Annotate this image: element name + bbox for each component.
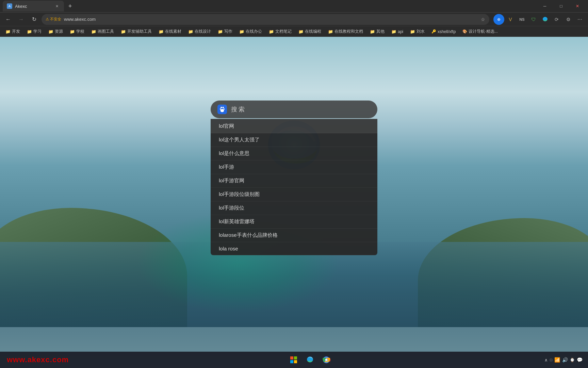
folder-icon: 📁	[5, 29, 11, 34]
bookmark-api[interactable]: 📁 api	[389, 28, 406, 35]
bookmark-label: 学习	[33, 29, 42, 34]
bookmark-kaifa[interactable]: 📁 开发	[3, 28, 23, 35]
bookmark-label: 写作	[224, 29, 232, 34]
bookmark-xuexi[interactable]: 📁 学习	[24, 28, 44, 35]
chrome-taskbar-button[interactable]	[320, 353, 333, 367]
bookmark-wendan[interactable]: 📁 文档笔记	[266, 28, 294, 35]
suggestion-item-6[interactable]: lol手游段位	[211, 201, 377, 215]
suggestion-item-9[interactable]: lola rose	[211, 242, 377, 255]
profile-icon[interactable]: ⚙	[563, 14, 574, 25]
taskbar-right: ∧ □ 📶 🔊 ⌚ 💬	[544, 357, 588, 363]
bookmark-xiezuo[interactable]: 📁 写作	[215, 28, 235, 35]
bookmark-biancheng[interactable]: 📁 在线编程	[296, 28, 324, 35]
folder-icon: 📁	[328, 29, 333, 34]
star-icon[interactable]: ☆	[481, 17, 485, 22]
volume-icon[interactable]: 🔊	[562, 357, 568, 363]
suggestion-item-7[interactable]: lol新英雄雷娜塔	[211, 215, 377, 229]
watermark: www.akexc.com	[0, 355, 76, 364]
refresh-button[interactable]: ↻	[29, 14, 39, 25]
suggestion-item-5[interactable]: lol手游段位级别图	[211, 188, 377, 201]
new-tab-button[interactable]: +	[65, 1, 75, 11]
address-bar: ← → ↻ ⚠ 不安全 www.akexc.com ☆ ⊕ V NS 🛡	[0, 12, 588, 26]
bookmark-xshell[interactable]: 🔑 xshell/xftp	[429, 28, 458, 35]
suggestion-item-0[interactable]: lol官网	[211, 119, 377, 133]
bookmark-liushui[interactable]: 📁 刘水	[407, 28, 427, 35]
bookmark-sucai[interactable]: 📁 在线素材	[156, 28, 184, 35]
taskbar-center	[76, 353, 544, 367]
shield-icon[interactable]: 🛡	[528, 14, 539, 25]
extensions-icon[interactable]: ⊕	[493, 14, 504, 25]
folder-icon: 📁	[239, 29, 244, 34]
tab-favicon: A	[7, 3, 12, 9]
bookmark-xuexiao[interactable]: 📁 学校	[67, 28, 87, 35]
tray-icon-1: □	[550, 358, 552, 362]
suggestion-item-4[interactable]: lol手游官网	[211, 174, 377, 188]
edge-taskbar-button[interactable]	[303, 353, 317, 367]
url-bar[interactable]: ⚠ 不安全 www.akexc.com ☆	[42, 14, 489, 25]
notification-icon[interactable]: 💬	[577, 357, 583, 363]
svg-point-2	[220, 107, 222, 108]
bookmark-favicon: 🎨	[462, 29, 467, 34]
chevron-up-icon[interactable]: ∧	[544, 357, 548, 363]
bookmark-ziyuan[interactable]: 📁 资源	[46, 28, 66, 35]
start-button[interactable]	[287, 353, 300, 367]
maximize-button[interactable]: □	[553, 0, 569, 12]
folder-icon: 📁	[410, 29, 415, 34]
bookmark-bangong[interactable]: 📁 在线办公	[236, 28, 265, 35]
browser-chrome: A Akexc ✕ + ─ □ ✕ ← → ↻ ⚠ 不安全 www.akexc.…	[0, 0, 588, 37]
search-bar[interactable]: 搜索	[211, 101, 377, 118]
minimize-button[interactable]: ─	[537, 0, 553, 12]
suggestion-item-3[interactable]: lol手游	[211, 160, 377, 174]
folder-icon: 📁	[269, 29, 274, 34]
url-icons: ☆	[481, 17, 485, 22]
bookmark-sheji-nav[interactable]: 🎨 设计导航·精选...	[460, 28, 500, 35]
folder-icon: 📁	[121, 29, 126, 34]
toolbar-icons: ⊕ V NS 🛡 ⟳ ⚙ ⋯	[493, 14, 585, 25]
svg-rect-8	[294, 356, 297, 359]
edge-icon[interactable]	[540, 14, 551, 25]
suggestion-item-2[interactable]: lol是什么意思	[211, 147, 377, 160]
forward-button[interactable]: →	[16, 14, 27, 25]
bookmark-label: 在线设计	[195, 29, 211, 34]
search-container: 搜索 lol官网 lol这个男人太强了 lol是什么意思 lol手游 lol手游…	[211, 101, 377, 255]
tab-close-button[interactable]: ✕	[54, 3, 60, 9]
folder-icon: 📁	[188, 29, 193, 34]
bookmark-label: 在线素材	[165, 29, 181, 34]
back-button[interactable]: ←	[3, 14, 14, 25]
sync-icon[interactable]: ⟳	[551, 14, 562, 25]
bookmark-qita[interactable]: 📁 其他	[367, 28, 387, 35]
suggestion-item-8[interactable]: lolarose手表什么品牌价格	[211, 229, 377, 242]
clock-icon: ⌚	[570, 358, 575, 362]
menu-icon[interactable]: ⋯	[574, 14, 585, 25]
url-text: www.akexc.com	[64, 17, 96, 22]
bookmark-huatu[interactable]: 📁 画图工具	[88, 28, 117, 35]
bookmark-sheji[interactable]: 📁 在线设计	[185, 28, 214, 35]
bookmark-kaifafu[interactable]: 📁 开发辅助工具	[118, 28, 154, 35]
bookmark-label: 资源	[55, 29, 63, 34]
folder-icon: 📁	[27, 29, 32, 34]
wifi-icon[interactable]: 📶	[554, 357, 560, 363]
bookmark-label: 在线编程	[305, 29, 321, 34]
suggestion-item-1[interactable]: lol这个男人太强了	[211, 133, 377, 147]
folder-icon: 📁	[370, 29, 375, 34]
svg-point-3	[222, 107, 224, 108]
bookmark-label: 设计导航·精选...	[469, 29, 497, 34]
close-button[interactable]: ✕	[570, 0, 585, 12]
vimium-icon[interactable]: V	[505, 14, 516, 25]
bookmark-label: 开发	[12, 29, 20, 34]
svg-rect-9	[290, 360, 293, 363]
active-tab[interactable]: A Akexc ✕	[3, 1, 64, 12]
bookmark-label: api	[398, 29, 403, 34]
bookmark-label: 刘水	[416, 29, 425, 34]
security-badge: ⚠ 不安全	[46, 17, 61, 22]
tab-title: Akexc	[15, 4, 27, 9]
noscript-icon[interactable]: NS	[517, 14, 527, 25]
bookmark-jiaocheng[interactable]: 📁 在线教程和文档	[325, 28, 366, 35]
taskbar: www.akexc.com	[0, 352, 588, 368]
folder-icon: 📁	[91, 29, 96, 34]
bookmark-label: 在线教程和文档	[334, 29, 363, 34]
svg-point-5	[224, 108, 225, 110]
bookmark-label: 文档笔记	[275, 29, 292, 34]
bookmark-label: 学校	[76, 29, 84, 34]
svg-rect-10	[294, 360, 297, 363]
